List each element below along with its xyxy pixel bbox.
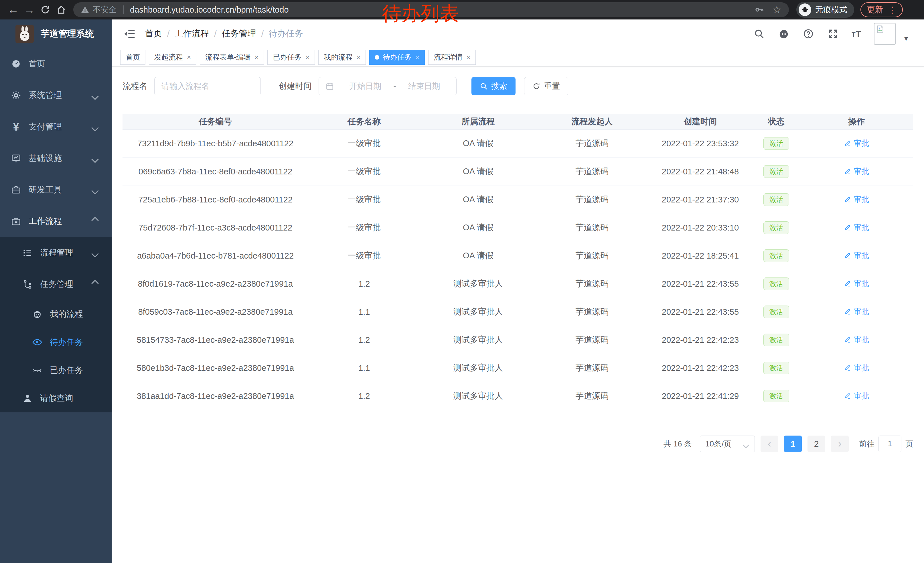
browser-home-button[interactable] xyxy=(53,2,69,18)
task-name-cell: 一级审批 xyxy=(308,186,420,214)
end-date-placeholder[interactable]: 结束日期 xyxy=(399,81,450,92)
create-time-cell: 2022-01-21 22:42:23 xyxy=(648,326,753,354)
date-range-picker[interactable]: 开始日期 - 结束日期 xyxy=(319,77,456,95)
key-icon[interactable] xyxy=(754,5,764,15)
breadcrumb: 首页 / 工作流程 / 任务管理 / 待办任务 xyxy=(145,28,303,39)
approve-link[interactable]: 审批 xyxy=(844,166,869,176)
reset-button-label: 重置 xyxy=(544,81,560,92)
search-icon[interactable] xyxy=(753,28,765,40)
font-size-icon[interactable]: TT xyxy=(852,29,861,39)
sidebar-item-infra[interactable]: 基础设施 xyxy=(0,143,112,174)
status-cell: 激活 xyxy=(753,354,800,382)
approve-link[interactable]: 审批 xyxy=(844,222,869,233)
sidebar-item-done[interactable]: 已办任务 xyxy=(0,356,112,384)
close-tab-icon[interactable]: × xyxy=(255,53,258,61)
page-button-1[interactable]: 1 xyxy=(784,435,802,452)
sidebar-item-system[interactable]: 系统管理 xyxy=(0,80,112,111)
close-tab-icon[interactable]: × xyxy=(466,53,470,61)
actions-cell: 审批 xyxy=(800,242,913,270)
sidebar-item-home[interactable]: 首页 xyxy=(0,48,112,80)
close-tab-icon[interactable]: × xyxy=(416,53,419,61)
task-name-cell: 1.2 xyxy=(308,270,420,298)
sidebar-item-process-mgmt[interactable]: 流程管理 xyxy=(0,237,112,269)
breadcrumb-home[interactable]: 首页 xyxy=(145,28,162,39)
tab-首页[interactable]: 首页 xyxy=(120,50,146,65)
help-icon[interactable] xyxy=(802,28,814,40)
table-row: 73211d9d-7b9b-11ec-b5b7-acde48001122一级审批… xyxy=(123,129,913,158)
initiator-cell: 芋道源码 xyxy=(536,270,648,298)
app-logo[interactable]: 芋道管理系统 xyxy=(0,20,112,48)
sidebar-item-label: 首页 xyxy=(28,58,45,70)
fullscreen-icon[interactable] xyxy=(827,28,839,40)
approve-link[interactable]: 审批 xyxy=(844,250,869,261)
header-task-name: 任务名称 xyxy=(308,114,420,129)
status-badge: 激活 xyxy=(764,306,789,318)
eye-closed-icon xyxy=(32,365,43,376)
approve-link[interactable]: 审批 xyxy=(844,335,869,345)
browser-menu-icon[interactable]: ⋮ xyxy=(888,5,897,15)
browser-back-button[interactable]: ← xyxy=(5,2,21,18)
github-icon[interactable] xyxy=(778,28,790,40)
sidebar-item-devtools[interactable]: 研发工具 xyxy=(0,174,112,206)
tab-已办任务[interactable]: 已办任务× xyxy=(267,50,315,65)
search-button[interactable]: 搜索 xyxy=(471,77,516,95)
status-badge: 激活 xyxy=(764,221,789,234)
sidebar-item-todo[interactable]: 待办任务 xyxy=(0,328,112,356)
user-menu-caret-icon[interactable]: ▾ xyxy=(904,34,908,43)
process-name-input[interactable] xyxy=(154,77,261,95)
prev-page-button[interactable]: ‹ xyxy=(760,435,778,452)
sidebar-item-leave-query[interactable]: 请假查询 xyxy=(0,384,112,412)
approve-link[interactable]: 审批 xyxy=(844,194,869,204)
breadcrumb-separator: / xyxy=(167,29,170,39)
reset-button[interactable]: 重置 xyxy=(524,77,568,95)
security-warning[interactable]: 不安全 xyxy=(81,4,117,15)
tab-待办任务[interactable]: 待办任务× xyxy=(369,50,425,65)
sidebar-item-workflow[interactable]: 工作流程 xyxy=(0,206,112,237)
header-create-time: 创建时间 xyxy=(648,114,753,129)
next-page-button[interactable]: › xyxy=(831,435,849,452)
avatar[interactable] xyxy=(874,23,896,45)
create-time-cell: 2022-01-21 22:42:23 xyxy=(648,354,753,382)
bookmark-star-icon[interactable]: ☆ xyxy=(772,4,782,16)
approve-link[interactable]: 审批 xyxy=(844,306,869,317)
goto-page-input[interactable] xyxy=(879,435,902,452)
pen-icon xyxy=(844,280,851,287)
approve-link-label: 审批 xyxy=(854,222,869,233)
sidebar-item-label: 我的流程 xyxy=(50,308,83,320)
close-tab-icon[interactable]: × xyxy=(305,53,309,61)
actions-cell: 审批 xyxy=(800,354,913,382)
tab-发起流程[interactable]: 发起流程× xyxy=(149,50,196,65)
close-tab-icon[interactable]: × xyxy=(356,53,360,61)
pen-icon xyxy=(844,224,851,231)
breadcrumb-workflow[interactable]: 工作流程 xyxy=(175,28,209,39)
sidebar-item-task-mgmt[interactable]: 任务管理 xyxy=(0,269,112,300)
initiator-cell: 芋道源码 xyxy=(536,242,648,270)
sidebar-item-label: 已办任务 xyxy=(50,365,83,376)
pen-icon xyxy=(844,308,851,315)
sidebar: 芋道管理系统 首页 系统管理 ¥ 支付管理 基础设施 研发工具 工作 xyxy=(0,20,112,563)
status-badge: 激活 xyxy=(764,249,789,262)
browser-update-button[interactable]: 更新 ⋮ xyxy=(861,2,903,17)
close-tab-icon[interactable]: × xyxy=(187,53,191,61)
browser-forward-button[interactable]: → xyxy=(21,2,37,18)
sidebar-item-my-process[interactable]: 我的流程 xyxy=(0,300,112,328)
tab-流程表单-编辑[interactable]: 流程表单-编辑× xyxy=(200,50,264,65)
breadcrumb-task-mgmt[interactable]: 任务管理 xyxy=(222,28,256,39)
tab-流程详情[interactable]: 流程详情× xyxy=(428,50,476,65)
sidebar-collapse-icon[interactable] xyxy=(123,27,136,40)
sidebar-item-payment[interactable]: ¥ 支付管理 xyxy=(0,111,112,143)
page-size-select[interactable]: 10条/页 xyxy=(700,435,755,452)
warning-icon xyxy=(81,6,89,14)
approve-link[interactable]: 审批 xyxy=(844,278,869,289)
tab-我的流程[interactable]: 我的流程× xyxy=(318,50,366,65)
approve-link[interactable]: 审批 xyxy=(844,390,869,401)
approve-link-label: 审批 xyxy=(854,363,869,373)
status-badge: 激活 xyxy=(764,137,789,150)
approve-link[interactable]: 审批 xyxy=(844,363,869,373)
status-badge: 激活 xyxy=(764,362,789,375)
table-row: 75d72608-7b7f-11ec-a3c8-acde48001122一级审批… xyxy=(123,214,913,242)
browser-reload-button[interactable] xyxy=(37,2,53,18)
page-button-2[interactable]: 2 xyxy=(807,435,825,452)
approve-link[interactable]: 审批 xyxy=(844,138,869,148)
start-date-placeholder[interactable]: 开始日期 xyxy=(339,81,391,92)
